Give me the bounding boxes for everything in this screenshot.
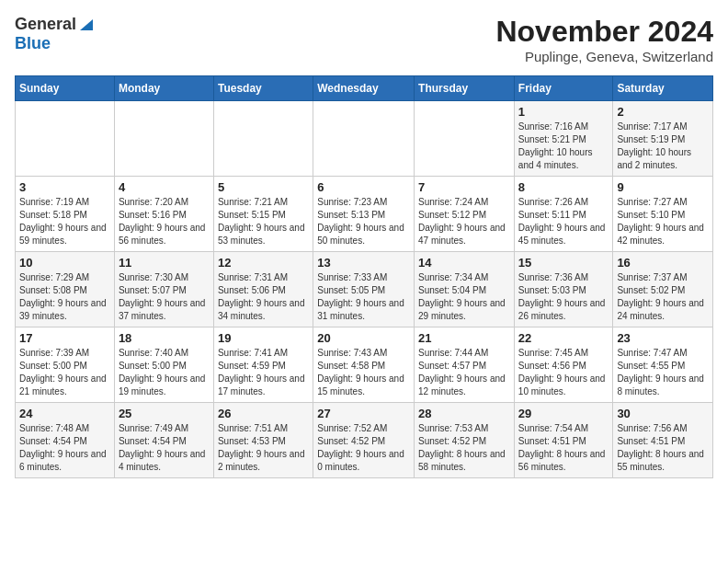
logo-blue-text: Blue	[15, 34, 51, 53]
day-cell: 22Sunrise: 7:45 AM Sunset: 4:56 PM Dayli…	[514, 327, 613, 403]
day-cell: 1Sunrise: 7:16 AM Sunset: 5:21 PM Daylig…	[514, 101, 613, 177]
day-cell: 15Sunrise: 7:36 AM Sunset: 5:03 PM Dayli…	[514, 252, 613, 327]
day-info: Sunrise: 7:52 AM Sunset: 4:52 PM Dayligh…	[317, 422, 410, 474]
day-info: Sunrise: 7:20 AM Sunset: 5:16 PM Dayligh…	[119, 196, 210, 247]
day-number: 20	[317, 331, 410, 345]
day-info: Sunrise: 7:43 AM Sunset: 4:58 PM Dayligh…	[317, 347, 410, 398]
day-number: 30	[617, 407, 709, 420]
day-info: Sunrise: 7:19 AM Sunset: 5:18 PM Dayligh…	[19, 196, 110, 247]
day-cell: 21Sunrise: 7:44 AM Sunset: 4:57 PM Dayli…	[415, 327, 515, 403]
day-info: Sunrise: 7:36 AM Sunset: 5:03 PM Dayligh…	[518, 271, 609, 323]
week-row-1: 1Sunrise: 7:16 AM Sunset: 5:21 PM Daylig…	[16, 101, 713, 177]
day-info: Sunrise: 7:49 AM Sunset: 4:54 PM Dayligh…	[119, 422, 210, 474]
day-cell: 17Sunrise: 7:39 AM Sunset: 5:00 PM Dayli…	[16, 327, 115, 403]
day-number: 16	[617, 256, 709, 270]
day-cell: 8Sunrise: 7:26 AM Sunset: 5:11 PM Daylig…	[514, 177, 613, 252]
day-cell: 24Sunrise: 7:48 AM Sunset: 4:54 PM Dayli…	[16, 403, 115, 478]
day-cell: 27Sunrise: 7:52 AM Sunset: 4:52 PM Dayli…	[313, 403, 415, 478]
day-info: Sunrise: 7:33 AM Sunset: 5:05 PM Dayligh…	[317, 271, 410, 323]
logo-triangle-icon	[78, 16, 95, 32]
day-number: 2	[617, 105, 709, 119]
month-title: November 2024	[495, 15, 713, 49]
title-section: November 2024 Puplinge, Geneva, Switzerl…	[495, 15, 713, 64]
day-cell: 13Sunrise: 7:33 AM Sunset: 5:05 PM Dayli…	[313, 252, 415, 327]
week-row-4: 17Sunrise: 7:39 AM Sunset: 5:00 PM Dayli…	[16, 327, 713, 403]
day-info: Sunrise: 7:37 AM Sunset: 5:02 PM Dayligh…	[617, 271, 709, 323]
day-info: Sunrise: 7:40 AM Sunset: 5:00 PM Dayligh…	[119, 347, 210, 398]
day-number: 14	[418, 256, 510, 270]
day-info: Sunrise: 7:53 AM Sunset: 4:52 PM Dayligh…	[418, 422, 510, 474]
day-number: 15	[518, 256, 609, 270]
day-cell: 19Sunrise: 7:41 AM Sunset: 4:59 PM Dayli…	[213, 327, 313, 403]
header-saturday: Saturday	[613, 76, 713, 101]
day-cell: 14Sunrise: 7:34 AM Sunset: 5:04 PM Dayli…	[415, 252, 515, 327]
day-cell: 23Sunrise: 7:47 AM Sunset: 4:55 PM Dayli…	[613, 327, 713, 403]
day-info: Sunrise: 7:56 AM Sunset: 4:51 PM Dayligh…	[617, 422, 709, 474]
day-number: 19	[218, 331, 309, 345]
day-number: 12	[218, 256, 309, 270]
day-number: 18	[119, 331, 210, 345]
day-cell: 16Sunrise: 7:37 AM Sunset: 5:02 PM Dayli…	[613, 252, 713, 327]
day-cell: 18Sunrise: 7:40 AM Sunset: 5:00 PM Dayli…	[114, 327, 213, 403]
header-friday: Friday	[514, 76, 613, 101]
day-info: Sunrise: 7:24 AM Sunset: 5:12 PM Dayligh…	[418, 196, 510, 247]
day-cell: 20Sunrise: 7:43 AM Sunset: 4:58 PM Dayli…	[313, 327, 415, 403]
day-number: 22	[518, 331, 609, 345]
day-info: Sunrise: 7:27 AM Sunset: 5:10 PM Dayligh…	[617, 196, 709, 247]
header-tuesday: Tuesday	[213, 76, 313, 101]
day-info: Sunrise: 7:47 AM Sunset: 4:55 PM Dayligh…	[617, 347, 709, 398]
day-number: 10	[19, 256, 110, 270]
day-cell: 28Sunrise: 7:53 AM Sunset: 4:52 PM Dayli…	[415, 403, 515, 478]
day-cell: 11Sunrise: 7:30 AM Sunset: 5:07 PM Dayli…	[114, 252, 213, 327]
day-info: Sunrise: 7:51 AM Sunset: 4:53 PM Dayligh…	[218, 422, 309, 474]
svg-marker-0	[80, 19, 93, 30]
day-cell	[213, 101, 313, 177]
day-cell: 9Sunrise: 7:27 AM Sunset: 5:10 PM Daylig…	[613, 177, 713, 252]
day-number: 3	[19, 180, 110, 194]
day-cell: 5Sunrise: 7:21 AM Sunset: 5:15 PM Daylig…	[213, 177, 313, 252]
day-cell: 29Sunrise: 7:54 AM Sunset: 4:51 PM Dayli…	[514, 403, 613, 478]
day-cell: 6Sunrise: 7:23 AM Sunset: 5:13 PM Daylig…	[313, 177, 415, 252]
day-number: 24	[19, 407, 110, 420]
header-sunday: Sunday	[16, 76, 115, 101]
day-number: 25	[119, 407, 210, 420]
day-cell: 3Sunrise: 7:19 AM Sunset: 5:18 PM Daylig…	[16, 177, 115, 252]
day-number: 26	[218, 407, 309, 420]
day-cell	[313, 101, 415, 177]
day-info: Sunrise: 7:31 AM Sunset: 5:06 PM Dayligh…	[218, 271, 309, 323]
day-info: Sunrise: 7:45 AM Sunset: 4:56 PM Dayligh…	[518, 347, 609, 398]
day-number: 7	[418, 180, 510, 194]
day-number: 28	[418, 407, 510, 420]
location-subtitle: Puplinge, Geneva, Switzerland	[495, 49, 713, 64]
day-cell: 26Sunrise: 7:51 AM Sunset: 4:53 PM Dayli…	[213, 403, 313, 478]
day-cell: 7Sunrise: 7:24 AM Sunset: 5:12 PM Daylig…	[415, 177, 515, 252]
day-info: Sunrise: 7:34 AM Sunset: 5:04 PM Dayligh…	[418, 271, 510, 323]
day-info: Sunrise: 7:17 AM Sunset: 5:19 PM Dayligh…	[617, 121, 709, 172]
logo: General Blue	[15, 15, 95, 53]
day-cell: 10Sunrise: 7:29 AM Sunset: 5:08 PM Dayli…	[16, 252, 115, 327]
day-number: 17	[19, 331, 110, 345]
day-number: 23	[617, 331, 709, 345]
header-wednesday: Wednesday	[313, 76, 415, 101]
day-number: 29	[518, 407, 609, 420]
logo-general-text: General	[15, 15, 76, 34]
day-info: Sunrise: 7:44 AM Sunset: 4:57 PM Dayligh…	[418, 347, 510, 398]
day-cell: 4Sunrise: 7:20 AM Sunset: 5:16 PM Daylig…	[114, 177, 213, 252]
day-info: Sunrise: 7:16 AM Sunset: 5:21 PM Dayligh…	[518, 121, 609, 172]
week-row-5: 24Sunrise: 7:48 AM Sunset: 4:54 PM Dayli…	[16, 403, 713, 478]
day-cell	[415, 101, 515, 177]
day-number: 27	[317, 407, 410, 420]
week-row-2: 3Sunrise: 7:19 AM Sunset: 5:18 PM Daylig…	[16, 177, 713, 252]
day-info: Sunrise: 7:39 AM Sunset: 5:00 PM Dayligh…	[19, 347, 110, 398]
day-cell: 25Sunrise: 7:49 AM Sunset: 4:54 PM Dayli…	[114, 403, 213, 478]
day-info: Sunrise: 7:29 AM Sunset: 5:08 PM Dayligh…	[19, 271, 110, 323]
day-info: Sunrise: 7:23 AM Sunset: 5:13 PM Dayligh…	[317, 196, 410, 247]
day-number: 21	[418, 331, 510, 345]
day-number: 8	[518, 180, 609, 194]
day-number: 11	[119, 256, 210, 270]
day-info: Sunrise: 7:30 AM Sunset: 5:07 PM Dayligh…	[119, 271, 210, 323]
day-number: 5	[218, 180, 309, 194]
day-cell: 2Sunrise: 7:17 AM Sunset: 5:19 PM Daylig…	[613, 101, 713, 177]
day-info: Sunrise: 7:26 AM Sunset: 5:11 PM Dayligh…	[518, 196, 609, 247]
day-info: Sunrise: 7:21 AM Sunset: 5:15 PM Dayligh…	[218, 196, 309, 247]
